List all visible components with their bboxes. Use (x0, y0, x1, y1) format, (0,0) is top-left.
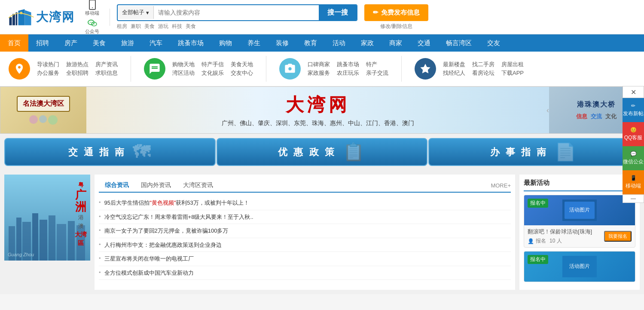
search-input[interactable] (154, 6, 319, 19)
quick-btn-affairs[interactable]: 办 事 指 南 📄 (428, 138, 640, 166)
activity-card-1: 活动图片 报名中 翻滚吧！保龄球活动[珠海] 👤 报名 10 人 我要报名 (524, 195, 635, 248)
nav-item-traffic[interactable]: 交通 (410, 34, 438, 52)
nav-item-travel[interactable]: 旅游 (113, 34, 142, 52)
label-exchange: 交流 (591, 113, 602, 120)
nav-item-homeservice[interactable]: 家政 (353, 34, 382, 52)
search-tag-6[interactable]: 美食 (186, 23, 196, 30)
float-btn-mobile[interactable]: 📱 移动端 (623, 170, 644, 194)
float-minimize-btn[interactable]: — (623, 194, 644, 203)
float-btn-qq[interactable]: 😊 QQ客服 (623, 122, 644, 146)
cat-link[interactable]: 最新楼盘 (443, 61, 465, 68)
cat-link[interactable]: 口碑商家 (308, 61, 330, 68)
cat-link[interactable]: 找二手房 (472, 61, 494, 68)
search-tag-5[interactable]: 科技 (172, 23, 182, 30)
main-nav: 首页 招聘 房产 美食 旅游 汽车 跳蚤市场 购物 养生 装修 教育 活动 家政… (0, 34, 644, 52)
cat-link[interactable]: 房屋出租 (501, 61, 524, 68)
tab-bayarea[interactable]: 大湾区资讯 (177, 179, 219, 192)
banner-prev[interactable]: ‹ (546, 106, 549, 115)
cat-link[interactable]: 找经纪人 (443, 69, 465, 77)
nav-item-health[interactable]: 养生 (240, 34, 268, 52)
cat-link[interactable]: 购物天地 (172, 61, 195, 68)
modify-link[interactable]: 修改/删除信息 (380, 23, 412, 30)
cat-link[interactable]: 家政服务 (308, 69, 330, 77)
cat-link[interactable]: 交友中心 (231, 69, 253, 77)
news-link[interactable]: 人行梅州市中支：把金融优惠政策送到企业身边 (104, 241, 222, 249)
cat-link[interactable]: 下载APP (501, 69, 524, 77)
nav-item-activity[interactable]: 活动 (325, 34, 353, 52)
cat-links-2: 购物天地 特产手信 美食天地 湾区活动 文化娱乐 交友中心 (172, 61, 253, 77)
nav-item-bay[interactable]: 畅言湾区 (438, 34, 479, 52)
city-char-zhou: 洲 (75, 202, 86, 213)
news-link[interactable]: 冷空气没忘记广东！周末带着雷雨+8级大风要来！至于入秋.. (104, 213, 253, 221)
logo-icon (9, 6, 34, 28)
activity-card-2: 活动图片 报名中 (524, 251, 635, 282)
nav-item-food[interactable]: 美食 (85, 34, 113, 52)
more-link[interactable]: MORE+ (491, 182, 511, 189)
search-tag-4[interactable]: 游玩 (158, 23, 168, 30)
cat-link[interactable]: 文化娱乐 (201, 69, 224, 77)
cat-link[interactable]: 求职信息 (95, 69, 118, 77)
nav-item-jobs[interactable]: 招聘 (28, 34, 57, 52)
cat-link[interactable]: 房产资讯 (95, 61, 118, 68)
post-area: ✏ 免费发布信息 修改/删除信息 (364, 4, 428, 30)
cat-link[interactable]: 看房论坛 (472, 69, 494, 77)
reg-text: 报名 (536, 237, 546, 245)
nav-item-merchant[interactable]: 商家 (382, 34, 410, 52)
news-link[interactable]: 95后大学生情侣拍"黄色视频"获利53万，或被判十年以上！ (104, 199, 249, 207)
search-tags: 租房 兼职 美食 游玩 科技 美食 (117, 23, 357, 30)
activity-detail: 翻滚吧！保龄球活动[珠海] 👤 报名 10 人 (528, 228, 592, 245)
cat-link[interactable]: 跳蚤市场 (337, 61, 359, 68)
mobile-icon-btn[interactable]: 移动端 (85, 0, 99, 16)
wechat-icon-btn[interactable]: 公众号 (85, 18, 99, 35)
cat-link[interactable]: 特产 (366, 61, 388, 68)
svg-rect-1 (12, 14, 15, 25)
wechat-icon (87, 18, 98, 28)
post-button[interactable]: ✏ 免费发布信息 (364, 4, 428, 21)
search-button[interactable]: 搜一搜 (319, 5, 357, 20)
banner-left: 名法澳大湾区 (0, 87, 86, 133)
quick-btn-policy[interactable]: 优 惠 政 策 📋 (217, 138, 428, 166)
nav-item-realestate[interactable]: 房产 (57, 34, 85, 52)
news-link[interactable]: 三星宣布将关闭在华唯一的电视工厂 (104, 255, 194, 263)
cat-group-2: 购物天地 特产手信 美食天地 湾区活动 文化娱乐 交友中心 (144, 58, 253, 80)
cat-link[interactable]: 美食天地 (231, 61, 253, 68)
close-icon: ✕ (631, 88, 636, 96)
city-label-area: 粤 广 洲 港 澳 大湾 區 (75, 181, 87, 247)
tab-international[interactable]: 国内外资讯 (135, 179, 177, 192)
cat-icon-star (415, 58, 436, 80)
nav-item-auto[interactable]: 汽车 (142, 34, 170, 52)
cat-icon-camera (279, 58, 301, 80)
quick-btn-traffic[interactable]: 交 通 指 南 🗺 (4, 138, 216, 166)
cat-link[interactable]: 导读热门 (37, 61, 59, 68)
search-tag-2[interactable]: 兼职 (131, 23, 141, 30)
float-sidebar: ✕ ✏ 发布新帖 😊 QQ客服 💬 微信公众 📱 移动端 — (623, 86, 644, 203)
policy-icon: 📋 (343, 142, 366, 162)
cat-link[interactable]: 办公服务 (37, 69, 59, 77)
nav-item-shopping[interactable]: 购物 (211, 34, 240, 52)
news-link[interactable]: 南京一女子为了要回2万元押金，竟被诈骗100多万 (104, 227, 229, 235)
cat-link[interactable]: 旅游热点 (66, 61, 89, 68)
cat-link[interactable]: 特产手信 (201, 61, 224, 68)
search-category-dropdown[interactable]: 全部帖子 ▾ (118, 6, 154, 19)
nav-item-friends[interactable]: 交友 (479, 34, 508, 52)
city-sub-text2: 澳 (78, 222, 84, 230)
news-link[interactable]: 全方位模式创新成中国汽车业新动力 (104, 269, 194, 277)
cat-link[interactable]: 农庄玩乐 (337, 69, 359, 77)
logo-title: 大湾网 (36, 9, 75, 25)
tab-comprehensive[interactable]: 综合资讯 (99, 179, 135, 193)
mobile-float-icon: 📱 (630, 175, 637, 181)
nav-item-flea[interactable]: 跳蚤市场 (170, 34, 211, 52)
float-close-btn[interactable]: ✕ (623, 86, 644, 98)
search-tag-1[interactable]: 租房 (117, 23, 127, 30)
float-btn-post[interactable]: ✏ 发布新帖 (623, 98, 644, 122)
nav-item-home[interactable]: 首页 (0, 34, 28, 52)
cat-link[interactable]: 全职招聘 (66, 69, 89, 77)
reg-button-1[interactable]: 我要报名 (604, 231, 632, 242)
bullet-icon: • (99, 227, 101, 233)
nav-item-edu[interactable]: 教育 (296, 34, 325, 52)
nav-item-decor[interactable]: 装修 (268, 34, 296, 52)
cat-link[interactable]: 亲子交流 (366, 69, 388, 77)
float-btn-wechat[interactable]: 💬 微信公众 (623, 146, 644, 170)
cat-link[interactable]: 湾区活动 (172, 69, 195, 77)
search-tag-3[interactable]: 美食 (144, 23, 155, 30)
